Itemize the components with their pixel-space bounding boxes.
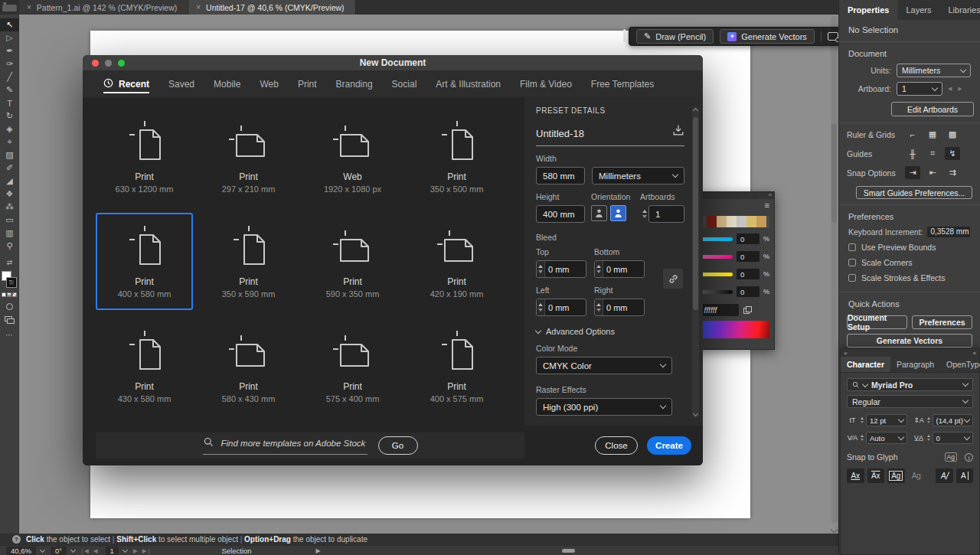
document-setup-button[interactable]: Document Setup xyxy=(847,315,907,329)
bleed-left-input[interactable]: 0 mm xyxy=(536,299,586,316)
last-artboard-icon[interactable]: ▶ ▶| xyxy=(133,547,152,554)
preset-card-4[interactable]: Print350 x 500 mm xyxy=(408,108,505,205)
dialog-tab-saved[interactable]: Saved xyxy=(168,71,194,97)
close-panel-icon[interactable]: × xyxy=(844,350,848,357)
gradient-tool-icon[interactable]: ▨ xyxy=(0,149,19,162)
raster-effects-dropdown[interactable]: High (300 ppi) xyxy=(536,398,672,416)
artboard-dropdown[interactable]: 1 xyxy=(897,82,942,96)
magenta-value-input[interactable]: 0 xyxy=(737,251,760,262)
collapse-panel-icon[interactable]: « xyxy=(769,192,772,198)
symbol-sprayer-tool-icon[interactable]: ⁂ xyxy=(0,201,19,214)
preferences-button[interactable]: Preferences xyxy=(912,315,972,329)
draw-behind-mode-icon[interactable] xyxy=(5,316,15,324)
color-panel-menu-icon[interactable]: ≡ xyxy=(765,201,769,210)
font-style-dropdown[interactable]: Regular xyxy=(847,395,973,408)
checkbox[interactable] xyxy=(848,243,856,251)
character-tab-character[interactable]: Character xyxy=(841,357,890,372)
snap-to-glyph-alt-icon[interactable]: Ag xyxy=(908,468,926,483)
first-artboard-icon[interactable]: |◀ ◀ xyxy=(81,547,100,554)
direct-selection-tool-icon[interactable]: ▷ xyxy=(0,31,19,44)
preset-card-1[interactable]: Print630 x 1200 mm xyxy=(96,108,193,205)
character-tab-opentype[interactable]: OpenType xyxy=(940,357,980,372)
generate-vectors-button[interactable]: ✦ Generate Vectors xyxy=(720,29,815,44)
dialog-tab-art-illustration[interactable]: Art & Illustration xyxy=(436,71,501,97)
preset-card-5[interactable]: Print400 x 580 mm xyxy=(96,213,193,310)
snap-to-anchor-icon[interactable]: A xyxy=(956,468,974,483)
artboard-tool-icon[interactable]: ▭ xyxy=(0,214,19,227)
gradient-fill-icon[interactable] xyxy=(7,292,11,297)
panel-tab-layers[interactable]: Layers xyxy=(897,0,939,20)
snap-to-xheight-icon[interactable]: Ax xyxy=(867,468,885,483)
dialog-tab-film-video[interactable]: Film & Video xyxy=(520,71,572,97)
preset-card-9[interactable]: Print430 x 580 mm xyxy=(96,318,193,415)
bleed-top-input[interactable]: 0 mm xyxy=(536,260,586,278)
dialog-tab-free-templates[interactable]: Free Templates xyxy=(591,71,654,97)
color-fill-icon[interactable] xyxy=(2,292,6,297)
preset-card-7[interactable]: Print590 x 350 mm xyxy=(304,213,401,310)
leading-control[interactable]: ⇕A (14,4 pt) xyxy=(913,414,974,426)
close-button[interactable]: Close xyxy=(595,436,638,455)
color-swatch[interactable] xyxy=(727,216,737,227)
lock-guides-icon[interactable]: ⌗ xyxy=(925,147,940,160)
edit-artboards-button[interactable]: Edit Artboards xyxy=(891,102,974,116)
pen-tool-icon[interactable]: ✒ xyxy=(0,44,19,57)
height-input[interactable]: 400 mm xyxy=(536,205,585,223)
dialog-tab-web[interactable]: Web xyxy=(260,71,278,97)
transparency-grid-icon[interactable]: ▩ xyxy=(945,128,960,141)
black-value-input[interactable]: 0 xyxy=(737,286,760,297)
checkbox[interactable] xyxy=(848,259,856,266)
draw-normal-mode-icon[interactable] xyxy=(6,303,13,310)
snap-to-pixel-icon[interactable]: ⇉ xyxy=(945,166,960,179)
dialog-tab-mobile[interactable]: Mobile xyxy=(214,71,240,97)
toolbar-drag-handle[interactable] xyxy=(2,5,17,11)
dialog-tab-branding[interactable]: Branding xyxy=(336,71,373,97)
create-button[interactable]: Create xyxy=(647,436,691,455)
zoom-tool-icon[interactable]: ⚲ xyxy=(0,240,19,253)
eraser-tool-icon[interactable]: ◈ xyxy=(0,122,19,135)
scroll-down-arrow-icon[interactable] xyxy=(831,526,838,534)
preset-card-2[interactable]: Print297 x 210 mm xyxy=(200,108,297,205)
zoom-level-dropdown[interactable]: 40,6% xyxy=(6,547,36,555)
ruler-icon[interactable]: ⌐ xyxy=(905,128,920,141)
copy-hex-icon[interactable] xyxy=(743,306,751,314)
minimize-window-icon[interactable] xyxy=(105,60,112,67)
color-swatch[interactable] xyxy=(707,216,717,227)
orientation-landscape-button[interactable] xyxy=(610,205,626,221)
width-input[interactable]: 580 mm xyxy=(536,167,585,184)
yellow-value-input[interactable]: 0 xyxy=(737,269,760,279)
document-tab-1[interactable]: ×Pattern_1.ai @ 142 % (CMYK/Preview) xyxy=(19,0,188,15)
guides-icon[interactable]: ╫ xyxy=(905,147,920,160)
glyph-guides-icon[interactable]: Ag xyxy=(945,452,957,462)
orientation-portrait-button[interactable] xyxy=(591,205,607,221)
kerning-control[interactable]: V∕A Auto xyxy=(847,432,907,444)
panel-tab-properties[interactable]: Properties xyxy=(839,0,897,20)
preset-card-11[interactable]: Print575 x 400 mm xyxy=(304,318,401,415)
horizontal-scrollbar-thumb[interactable] xyxy=(562,549,575,553)
dialog-tab-recent[interactable]: Recent xyxy=(103,71,149,97)
snap-to-baseline-icon[interactable]: Ax xyxy=(847,468,864,483)
stock-search-input[interactable]: Find more templates on Adobe Stock xyxy=(203,436,368,455)
paintbrush-tool-icon[interactable]: ❖ xyxy=(0,188,19,201)
dialog-tab-print[interactable]: Print xyxy=(298,71,317,97)
rotation-dropdown[interactable]: 0° xyxy=(51,547,67,555)
artboards-stepper[interactable] xyxy=(640,205,648,223)
preset-card-6[interactable]: Print350 x 590 mm xyxy=(200,213,297,310)
color-swatch[interactable] xyxy=(746,216,756,227)
status-menu-arrow-icon[interactable]: ▶ xyxy=(316,547,321,554)
preset-card-10[interactable]: Print580 x 430 mm xyxy=(200,318,297,415)
line-segment-tool-icon[interactable]: ╱ xyxy=(0,70,19,83)
bleed-bottom-input[interactable]: 0 mm xyxy=(594,260,645,278)
units-dropdown[interactable]: Millimeters xyxy=(592,167,684,184)
color-swatch[interactable] xyxy=(756,216,766,227)
help-icon[interactable]: ? xyxy=(12,535,21,544)
advanced-options-toggle[interactable]: Advanced Options xyxy=(536,327,684,336)
checkbox[interactable] xyxy=(848,274,856,282)
info-icon[interactable]: i xyxy=(965,453,973,462)
bleed-right-input[interactable]: 0 mm xyxy=(594,299,645,316)
artboards-input[interactable]: 1 xyxy=(648,205,684,223)
preset-card-8[interactable]: Print420 x 190 mm xyxy=(408,213,505,310)
close-window-icon[interactable] xyxy=(92,60,99,67)
link-bleed-values-icon[interactable] xyxy=(663,269,683,289)
collapse-panel-icon[interactable]: « xyxy=(973,350,976,357)
color-mode-dropdown[interactable]: CMYK Color xyxy=(536,357,672,374)
